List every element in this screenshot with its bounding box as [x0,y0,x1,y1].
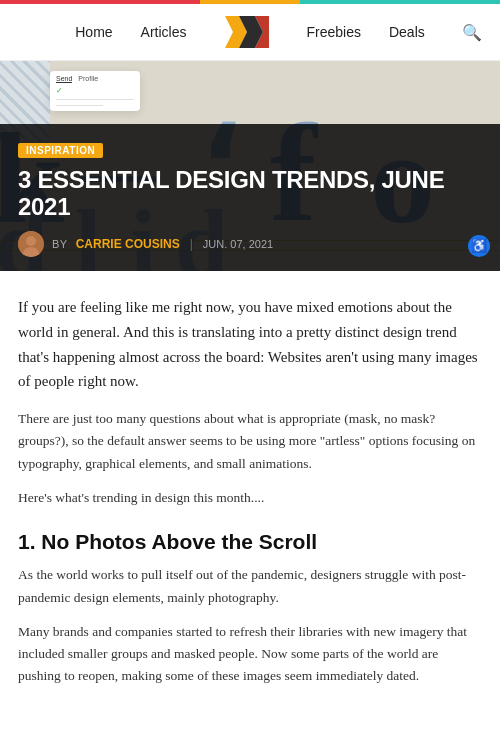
hero-ui-tab-send: Send [56,75,72,83]
hero-container: k — ʻ f o d l i d Send Profile ✓ INSPIRA… [0,61,500,271]
accessibility-icon[interactable]: ♿ [468,235,490,257]
hero-ui-tab-profile: Profile [78,75,98,83]
article-title: 3 ESSENTIAL DESIGN TRENDS, JUNE 2021 [18,166,482,221]
navbar: Home Articles Freebies Deals 🔍 [0,4,500,61]
hero-meta: BY CARRIE COUSINS | JUN. 07, 2021 [18,231,482,257]
nav-freebies[interactable]: Freebies [307,24,361,40]
site-logo[interactable] [225,14,269,50]
meta-divider: | [190,237,193,251]
by-label: BY [52,238,68,250]
article-para2: Here's what's trending in design this mo… [18,487,482,509]
accessibility-symbol: ♿ [471,238,487,254]
hero-line-1 [56,99,134,100]
article-para1: There are just too many questions about … [18,408,482,475]
nav-links: Home Articles Freebies Deals [75,14,425,50]
publish-date: JUN. 07, 2021 [203,238,273,250]
section1-para1: As the world works to pull itself out of… [18,564,482,609]
nav-articles[interactable]: Articles [141,24,187,40]
article-intro: If you are feeling like me right now, yo… [18,295,482,394]
hero-line-2 [56,105,103,106]
author-avatar [18,231,44,257]
hero-overlay: INSPIRATION 3 ESSENTIAL DESIGN TRENDS, J… [0,124,500,271]
hero-check-icon: ✓ [56,86,134,95]
hero-ui-card: Send Profile ✓ [50,71,140,111]
svg-point-4 [26,236,36,246]
author-name[interactable]: CARRIE COUSINS [76,237,180,251]
nav-deals[interactable]: Deals [389,24,425,40]
section1-para2: Many brands and companies started to ref… [18,621,482,688]
nav-home[interactable]: Home [75,24,112,40]
section1-heading: 1. No Photos Above the Scroll [18,529,482,554]
hero-ui-tabs: Send Profile [56,75,134,83]
category-badge: INSPIRATION [18,143,103,158]
article-body: If you are feeling like me right now, yo… [0,271,500,720]
search-icon[interactable]: 🔍 [462,23,482,42]
